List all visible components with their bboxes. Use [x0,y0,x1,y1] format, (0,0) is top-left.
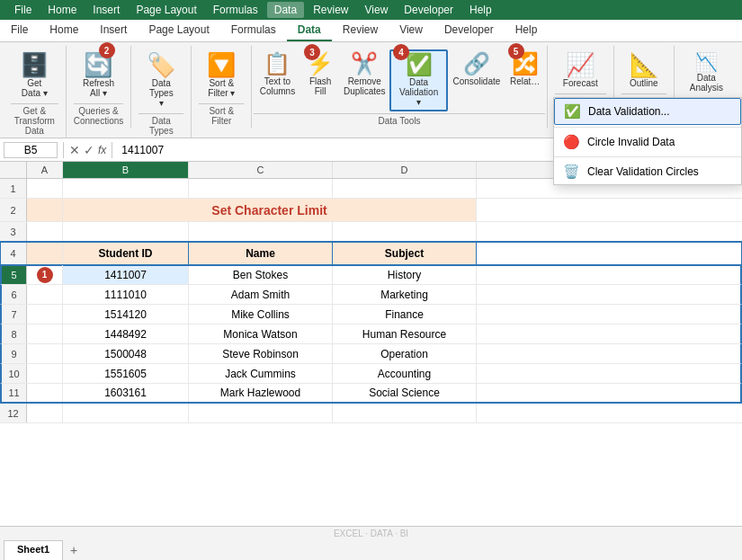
menu-formulas[interactable]: Formulas [206,2,265,18]
sheet-tab-1[interactable]: Sheet1 [4,540,63,560]
cell-1-d[interactable] [333,179,477,198]
tab-help[interactable]: Help [505,20,549,41]
row-num-10[interactable]: 10 [2,364,27,383]
row-num-9[interactable]: 9 [2,344,27,363]
clear-circles-item[interactable]: 🗑️ Clear Validation Circles [554,159,741,184]
cell-10-a[interactable] [27,364,63,383]
col-header-c[interactable]: C [189,162,333,178]
cell-8-d[interactable]: Human Resource [333,324,477,343]
text-to-columns-btn[interactable]: 📋 Text toColumns [254,49,300,100]
row-num-2[interactable]: 2 [0,199,27,221]
cell-12-a[interactable] [27,404,63,422]
row-num-5[interactable]: 5 [2,265,27,284]
menu-page-layout[interactable]: Page Layout [129,2,203,18]
tab-file[interactable]: File [0,20,39,41]
tab-insert[interactable]: Insert [89,20,138,41]
col-header-empty[interactable]: A [27,162,63,178]
row-num-12[interactable]: 12 [0,404,27,422]
cell-3-a[interactable] [27,222,63,241]
row-num-11[interactable]: 11 [2,384,27,402]
sort-filter-btn[interactable]: 🔽 Sort &Filter ▾ [199,49,244,102]
cell-3-c[interactable] [189,222,333,241]
cell-11-c[interactable]: Mark Hazlewood [189,384,333,402]
cell-6-d[interactable]: Marketing [333,285,477,304]
cell-9-d[interactable]: Operation [333,344,477,363]
cell-10-c[interactable]: Jack Cummins [189,364,333,383]
menu-file[interactable]: File [7,2,39,18]
tab-view[interactable]: View [389,20,434,41]
cell-12-b[interactable] [63,404,189,422]
formula-confirm-icon[interactable]: ✓ [84,143,94,157]
row-num-7[interactable]: 7 [2,305,27,324]
cell-11-a[interactable] [27,384,63,402]
tab-review[interactable]: Review [332,20,389,41]
row-num-6[interactable]: 6 [2,285,27,304]
data-validation-btn[interactable]: 4 ✅ DataValidation ▾ [389,49,448,111]
tab-home[interactable]: Home [39,20,89,41]
cell-6-a[interactable] [27,285,63,304]
menu-review[interactable]: Review [306,2,355,18]
cell-1-c[interactable] [189,179,333,198]
menu-developer[interactable]: Developer [397,2,460,18]
cell-4-c[interactable]: Name [189,242,333,264]
cell-10-b[interactable]: 1551605 [63,364,189,383]
menu-home[interactable]: Home [40,2,84,18]
cell-4-a[interactable] [27,242,63,264]
cell-12-d[interactable] [333,404,477,422]
cell-2-bcd[interactable]: Set Character Limit [63,199,477,221]
cell-6-c[interactable]: Adam Smith [189,285,333,304]
name-box[interactable] [4,142,58,158]
tab-page-layout[interactable]: Page Layout [138,20,219,41]
cell-7-b[interactable]: 1514120 [63,305,189,324]
formula-fx-icon[interactable]: fx [98,144,106,156]
menu-help[interactable]: Help [462,2,499,18]
add-sheet-btn[interactable]: + [63,540,85,560]
consolidate-btn[interactable]: 🔗 Consolidate [448,49,505,90]
menu-data[interactable]: Data [267,2,304,18]
cell-12-c[interactable] [189,404,333,422]
cell-5-d[interactable]: History [333,265,477,284]
cell-3-b[interactable] [63,222,189,241]
forecast-btn[interactable]: 📈 Forecast [555,49,606,92]
get-data-btn[interactable]: 🗄️ GetData ▾ [12,49,57,102]
refresh-all-btn[interactable]: 🔄 Refresh All ▾ [74,49,124,102]
cell-9-a[interactable] [27,344,63,363]
row-num-8[interactable]: 8 [2,324,27,343]
row-num-4[interactable]: 4 [0,242,27,264]
tab-formulas[interactable]: Formulas [220,20,287,41]
col-header-b[interactable]: B [63,162,189,178]
data-types-btn[interactable]: 🏷️ DataTypes ▾ [139,49,183,111]
cell-9-b[interactable]: 1500048 [63,344,189,363]
cell-4-d[interactable]: Subject [333,242,477,264]
cell-10-d[interactable]: Accounting [333,364,477,383]
row-num-3[interactable]: 3 [0,222,27,241]
cell-1-a[interactable] [27,179,63,198]
tab-data[interactable]: Data [287,20,332,41]
cell-1-b[interactable] [63,179,189,198]
cell-7-c[interactable]: Mike Collins [189,305,333,324]
outline-btn[interactable]: 📐 Outline [621,49,666,92]
cell-11-b[interactable]: 1603161 [63,384,189,402]
dv-item[interactable]: ✅ Data Validation... [554,98,741,125]
tab-developer[interactable]: Developer [434,20,505,41]
relationships-btn[interactable]: 5 🔀 Relat… [505,49,545,90]
cell-11-d[interactable]: Social Science [333,384,477,402]
menu-insert[interactable]: Insert [85,2,127,18]
circle-invalid-item[interactable]: 🔴 Circle Invalid Data [554,129,741,155]
menu-view[interactable]: View [358,2,396,18]
cell-4-b[interactable]: Student ID [63,242,189,264]
cell-5-c[interactable]: Ben Stokes [189,265,333,284]
cell-8-a[interactable] [27,324,63,343]
col-header-d[interactable]: D [333,162,477,178]
remove-dup-btn[interactable]: ✂️ RemoveDuplicates [340,49,389,100]
formula-cancel-icon[interactable]: ✕ [69,143,80,157]
cell-9-c[interactable]: Steve Robinson [189,344,333,363]
cell-5-b[interactable]: 1411007 [63,265,189,284]
cell-7-d[interactable]: Finance [333,305,477,324]
cell-7-a[interactable] [27,305,63,324]
row-num-1[interactable]: 1 [0,179,27,198]
data-analysis-btn[interactable]: 📉 Data Analysis [682,49,731,96]
cell-2-a[interactable] [27,199,63,221]
cell-3-d[interactable] [333,222,477,241]
cell-8-c[interactable]: Monica Watson [189,324,333,343]
